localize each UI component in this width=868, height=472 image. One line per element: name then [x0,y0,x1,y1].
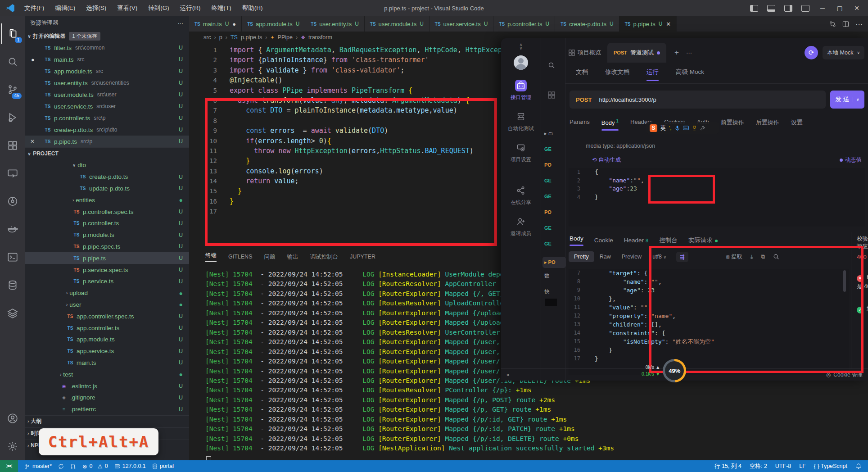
tab-user.module.ts[interactable]: TSuser.module.tsU [365,16,429,32]
tree-item-upload[interactable]: ›upload● [25,287,189,299]
api-endpoint-8[interactable]: ▸ PO [542,257,566,268]
tab-app.module.ts[interactable]: TSapp.module.tsU [242,16,305,32]
rail-自动化测试[interactable]: 自动化测试 [508,111,534,132]
api-endpoint-5[interactable]: PO [544,209,564,215]
open-editor-p.pipe.ts[interactable]: ✕TSp.pipe.tssrc\pU [25,136,189,147]
project-section[interactable]: ∨ PROJECT [25,147,189,159]
maximize-button[interactable]: ▢ [832,1,847,15]
breadcrumb-item[interactable]: src [203,34,211,41]
host-item[interactable]: 127.0.0.1 [114,463,146,469]
rail-项目设置[interactable]: 项目设置 [508,142,534,163]
tree-item-p.pipe.spec.ts[interactable]: TSp.pipe.spec.tsU [25,241,189,253]
tree-item-app.controller.ts[interactable]: TSapp.controller.tsU [25,322,189,334]
sync-refresh-icon[interactable]: ⟳ [805,46,818,59]
request-body-editor[interactable]: 1{2 "name":"",3 "age":234} [569,168,865,227]
req-tab-前置操作[interactable]: 前置操作 [721,118,744,131]
api-grid-icon[interactable] [548,91,555,99]
panel-tab-调试控制台[interactable]: 调试控制台 [310,253,339,261]
source-control-icon[interactable]: 45 [2,79,23,100]
tree-item-.prettierrc[interactable]: ≡.prettierrcU [25,404,189,415]
collapse-icon[interactable]: ∧∨ [520,43,523,50]
tree-item-app.controller.spec.ts[interactable]: TSapp.controller.spec.tsU [25,310,189,322]
doc-tab-运行[interactable]: 运行 [646,68,659,81]
tree-item-p.controller.ts[interactable]: TSp.controller.tsU [25,218,189,229]
tree-item-p.controller.spec.ts[interactable]: TSp.controller.spec.tsU [25,206,189,218]
url-input[interactable]: POST http://localhost:3000/p [570,91,826,109]
menu-编辑[interactable]: 编辑(E) [50,2,80,14]
rail-邀请成员[interactable]: 邀请成员 [508,216,534,237]
ime-keyboard-icon[interactable] [683,126,689,130]
tree-item-p.service.spec.ts[interactable]: TSp.service.spec.tsU [25,264,189,276]
explorer-icon[interactable]: 1 [1,23,24,44]
editor-more-icon[interactable]: ⋯ [855,20,863,28]
tab-user.entity.ts[interactable]: TSuser.entity.tsU [305,16,364,32]
breadcrumb-item[interactable]: transform [308,34,332,41]
language-mode[interactable]: { } TypeScript [814,463,847,469]
panel-tab-GITLENS[interactable]: GITLENS [228,254,253,260]
send-button[interactable]: 发 送∨ [830,91,864,109]
pull-request-icon[interactable] [70,463,76,469]
tree-item-main.ts[interactable]: TSmain.tsU [25,357,189,369]
view-Raw[interactable]: Raw [594,251,616,262]
req-tab-Body[interactable]: Body1 [601,118,619,131]
menu-选择[interactable]: 选择(S) [81,2,111,14]
open-editor-main.ts[interactable]: ●TSmain.tssrcU [25,54,189,65]
resp-tab-Header[interactable]: Header8 [624,237,648,244]
api-endpoint-3[interactable]: GE [544,178,564,183]
tab-p.controller.ts[interactable]: TSp.controller.tsU [493,16,555,32]
menu-转到[interactable]: 转到(G) [144,2,174,14]
ime-toolbar[interactable]: S 英 ’, [646,122,719,134]
ime-trophy-icon[interactable] [692,126,697,131]
menu-查看[interactable]: 查看(V) [113,2,142,14]
tree-item-.gitignore[interactable]: ◈.gitignoreU [25,392,189,404]
method-label[interactable]: POST [576,96,592,103]
resp-tab-Cookie[interactable]: Cookie [594,237,613,244]
menu-文件[interactable]: 文件(F) [20,2,49,14]
close-tab-icon[interactable]: ✕ [666,21,671,27]
tree-item-entities[interactable]: ›entities● [25,194,189,206]
dynamic-value-link[interactable]: 动态值 [840,156,862,164]
req-tab-Params[interactable]: Params [570,118,590,131]
resp-tab-Body[interactable]: Body [570,235,583,246]
api-endpoint-0[interactable]: ▸ 🗀 [544,131,564,136]
open-editor-filter.ts[interactable]: TSfilter.tssrc\commonU [25,42,189,54]
menu-终端[interactable]: 终端(T) [207,2,236,14]
layout-panel-icon[interactable] [764,1,779,15]
panel-tab-终端[interactable]: 终端 [205,252,217,262]
database-item[interactable]: portal [152,463,174,469]
menu-帮助[interactable]: 帮助(H) [238,2,267,14]
panel-tab-问题[interactable]: 问题 [264,253,276,261]
tree-item-.eslintrc.js[interactable]: ◉.eslintrc.jsU [25,380,189,392]
split-editor-icon[interactable] [842,21,849,27]
new-tab-plus-icon[interactable]: + [674,48,679,57]
account-icon[interactable] [2,408,23,429]
request-url[interactable]: http://localhost:3000/p [599,96,656,103]
doc-tab-文档[interactable]: 文档 [576,68,588,81]
collapse-left-icon[interactable]: « [506,372,510,378]
tree-item-user[interactable]: ›user● [25,299,189,311]
breadcrumb-item[interactable]: p.pipe.ts [241,34,262,41]
search-icon[interactable] [2,51,23,72]
tree-item-p.pipe.ts[interactable]: TSp.pipe.tsU [25,252,189,264]
tree-item-p.module.ts[interactable]: TSp.module.tsU [25,229,189,241]
layers-icon[interactable] [2,303,23,323]
api-endpoint-2[interactable]: PO [544,162,564,168]
req-tab-设置[interactable]: 设置 [791,118,803,131]
close-button[interactable]: ✕ [849,1,864,15]
terminal-icon[interactable] [2,247,23,268]
tab-p.pipe.ts[interactable]: TSp.pipe.tsU✕ [619,16,677,32]
tree-item-app.module.ts[interactable]: TSapp.module.tsU [25,334,189,345]
doc-tab-高级 Mock[interactable]: 高级 Mock [676,68,704,81]
close-icon[interactable]: ✕ [30,138,35,145]
breadcrumb-item[interactable]: p [219,34,222,41]
api-endpoint-4[interactable]: GE [544,194,564,199]
database-icon[interactable] [2,275,23,295]
explorer-more-icon[interactable]: ⋯ [178,20,184,27]
rail-接口管理[interactable]: 接口管理 [508,80,534,101]
layout-secondary-icon[interactable] [781,1,796,15]
tab-user.service.ts[interactable]: TSuser.service.tsU [429,16,494,32]
doc-tab-修改文档[interactable]: 修改文档 [605,68,629,81]
auto-generate-link[interactable]: ⟲ 自动生成 [592,156,621,164]
panel-tab-输出[interactable]: 输出 [287,253,298,261]
remote-indicator[interactable]: >< [0,460,18,472]
